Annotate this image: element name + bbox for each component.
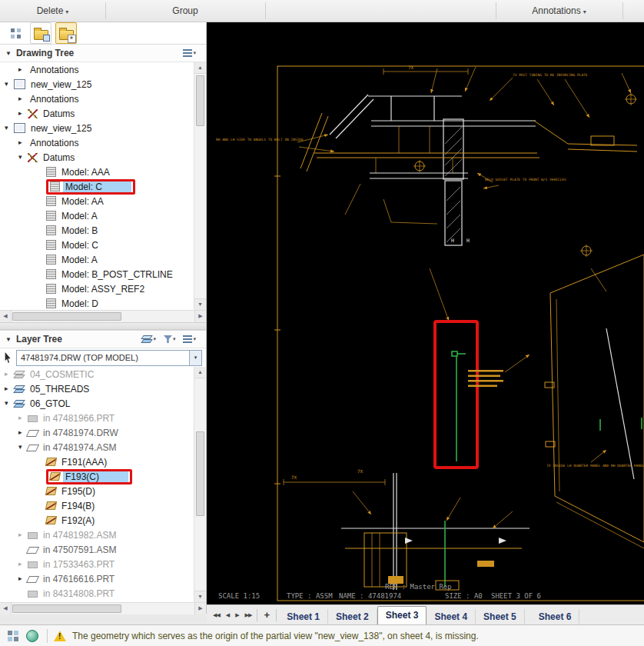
top-model-combobox[interactable]: 47481974.DRW (TOP MODEL) ▾ [16, 350, 202, 366]
drawing-tree-item[interactable]: ▾new_view_125 [0, 121, 206, 135]
tab-sheet-5[interactable]: Sheet 5 [476, 609, 525, 624]
expand-icon[interactable]: ▸ [18, 106, 28, 121]
drawing-tree-item[interactable]: ▸Datums [0, 106, 206, 121]
prev-sheet-button[interactable]: ◀ [223, 605, 232, 625]
expand-icon[interactable]: ▸ [18, 135, 28, 150]
drawing-tree-item[interactable]: Model: ASSY_REF2 [0, 281, 206, 296]
scroll-left-icon[interactable]: ◀ [0, 311, 12, 322]
new-layer-button[interactable] [55, 22, 77, 44]
layer-tree-item[interactable]: ▸in 47616616.PRT [0, 571, 206, 586]
browser-icon[interactable] [26, 630, 38, 642]
drawing-tree-item[interactable]: ▸Annotations [0, 92, 206, 106]
tree-options-button[interactable]: ▾ [183, 49, 201, 57]
tab-sheet-2[interactable]: Sheet 2 [328, 609, 377, 624]
expand-icon[interactable]: ▸ [18, 557, 28, 571]
layer-options-button[interactable]: ▾ [183, 335, 201, 343]
panel-splitter[interactable] [0, 322, 206, 330]
copy-layer-button[interactable] [30, 22, 51, 44]
scroll-up-icon[interactable]: ▲ [194, 367, 206, 378]
layer-tree-item[interactable]: ▸in 47481982.ASM [0, 528, 206, 542]
horizontal-scrollbar[interactable]: ◀ ▶ [0, 310, 206, 322]
layer-tree-item[interactable]: ▸04_COSMETIC [0, 367, 206, 381]
layer-tree-item[interactable]: F192(A) [0, 513, 206, 528]
collapse-icon[interactable]: ▾ [5, 77, 14, 92]
drawing-tree-item[interactable]: Model: AA [0, 194, 206, 208]
tab-sheet-1[interactable]: Sheet 1 [279, 609, 328, 624]
layer-display-button[interactable]: ▾ [141, 335, 161, 344]
layer-tree-item[interactable]: F194(B) [0, 498, 206, 513]
scrollbar-thumb[interactable] [196, 431, 204, 516]
layer-tree-item[interactable]: in 84314808.PRT [0, 586, 206, 601]
drawing-canvas[interactable]: 7X POST TUBING TO RE INFORCING PLATE RH … [207, 22, 644, 604]
scrollbar-thumb[interactable] [12, 312, 121, 321]
scroll-down-icon[interactable]: ▼ [194, 298, 206, 310]
highlighted-datum-group [435, 321, 529, 468]
drawing-tree-item[interactable]: Model: AAA [0, 165, 206, 179]
horizontal-scrollbar[interactable]: ◀ ▶ [0, 602, 206, 614]
scrollbar-thumb[interactable] [12, 604, 121, 613]
model-tree-icon[interactable] [8, 631, 18, 641]
layer-tree-item[interactable]: ▸in 47481966.PRT [0, 411, 206, 425]
collapse-icon[interactable]: ▼ [5, 336, 12, 343]
collapse-icon[interactable]: ▼ [5, 50, 12, 57]
drawing-tree-item[interactable]: ▾Datums [0, 150, 206, 165]
expand-icon[interactable]: ▸ [18, 571, 28, 586]
delete-dropdown-button[interactable]: Delete▾ [0, 0, 105, 22]
layer-tree-item[interactable]: in 47507591.ASM [0, 542, 206, 557]
tab-sheet-6[interactable]: Sheet 6 [531, 609, 580, 624]
tree-item-label: F191(AAA) [59, 457, 109, 468]
tree-item-label: 06_GTOL [28, 398, 72, 409]
annotations-dropdown-button[interactable]: Annotations▾ [496, 0, 622, 22]
tree-settings-button[interactable] [5, 22, 26, 44]
expand-icon[interactable]: ▸ [18, 528, 28, 542]
vertical-scrollbar[interactable]: ▲ ▼ [194, 367, 206, 602]
collapse-icon[interactable]: ▾ [18, 440, 28, 455]
expand-icon[interactable]: ▸ [18, 411, 28, 425]
layer-tree-item[interactable]: ▸05_THREADS [0, 381, 206, 396]
drawing-tree-item[interactable]: ▾new_view_125 [0, 77, 206, 92]
scroll-left-icon[interactable]: ◀ [0, 603, 12, 614]
warning-icon [54, 631, 66, 641]
scrollbar-thumb[interactable] [196, 75, 204, 126]
scroll-down-icon[interactable]: ▼ [194, 591, 206, 602]
first-sheet-button[interactable]: ◀◀ [210, 605, 223, 625]
drawing-tree-item[interactable]: Model: B_POST_CTRLINE [0, 267, 206, 281]
selection-highlight-box: Model: C [46, 179, 135, 195]
next-sheet-button[interactable]: ▶ [232, 605, 241, 625]
scroll-right-icon[interactable]: ▶ [194, 603, 206, 614]
expand-icon[interactable]: ▸ [18, 92, 28, 106]
drawing-tree-item-selected[interactable]: Model: C [0, 179, 206, 194]
vertical-scrollbar[interactable]: ▲ ▼ [194, 62, 206, 310]
tree-item-label: new_view_125 [28, 123, 94, 134]
scroll-right-icon[interactable]: ▶ [194, 311, 206, 322]
drawing-tree-item[interactable]: Model: B [0, 223, 206, 238]
drawing-tree-item[interactable]: ▸Annotations [0, 62, 206, 77]
layer-tree-item[interactable]: ▸in 47481974.DRW [0, 425, 206, 440]
chevron-down-icon[interactable]: ▾ [189, 351, 201, 365]
tree-item-label: Model: AAA [59, 167, 112, 178]
drawing-tree-item[interactable]: Model: A [0, 252, 206, 267]
layer-tree-item[interactable]: F191(AAA) [0, 455, 206, 469]
drawing-tree-item[interactable]: Model: D [0, 296, 206, 310]
layer-tree-item[interactable]: ▸in 17533463.PRT [0, 557, 206, 571]
layer-tree-item[interactable]: ▾06_GTOL [0, 396, 206, 411]
datum-tag-icon [46, 284, 56, 294]
drawing-tree-item[interactable]: ▸Annotations [0, 135, 206, 150]
expand-icon[interactable]: ▸ [18, 62, 28, 77]
last-sheet-button[interactable]: ▶▶ [242, 605, 255, 625]
collapse-icon[interactable]: ▾ [5, 121, 14, 135]
layer-tree-item[interactable]: ▾in 47481974.ASM [0, 440, 206, 455]
layer-filter-button[interactable]: ▾ [164, 335, 181, 343]
select-cursor-icon[interactable] [4, 352, 12, 363]
scroll-up-icon[interactable]: ▲ [194, 62, 206, 74]
drawing-tree-item[interactable]: Model: A [0, 208, 206, 223]
drawing-tree-item[interactable]: Model: C [0, 238, 206, 252]
tree-item-label: Datums [41, 108, 77, 119]
layer-tree-item-selected[interactable]: F193(C) [0, 469, 206, 484]
collapse-icon[interactable]: ▾ [18, 150, 28, 165]
add-sheet-button[interactable]: + [260, 609, 274, 621]
layer-tree-item[interactable]: F195(D) [0, 484, 206, 498]
expand-icon[interactable]: ▸ [18, 425, 28, 440]
tab-sheet-4[interactable]: Sheet 4 [427, 609, 476, 624]
tab-sheet-3[interactable]: Sheet 3 [377, 606, 427, 625]
